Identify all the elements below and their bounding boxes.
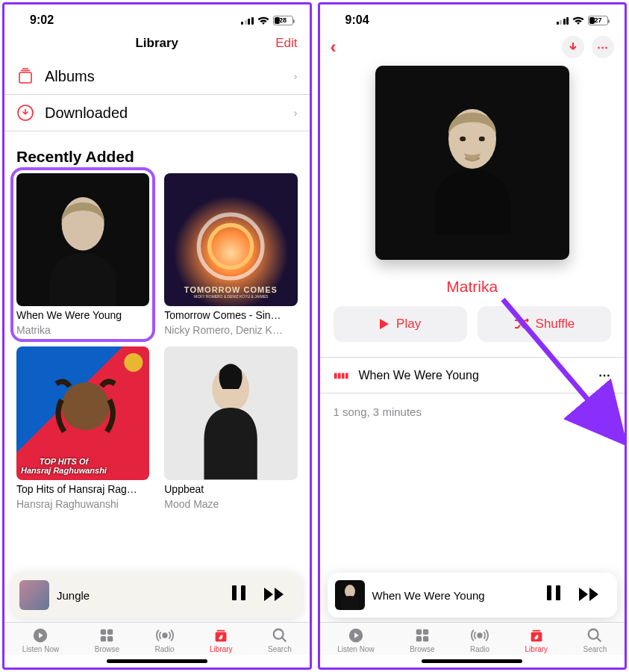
next-button[interactable] [259, 584, 290, 607]
albums-icon [16, 67, 34, 85]
svg-line-21 [282, 638, 287, 642]
svg-rect-16 [107, 636, 113, 641]
svg-rect-19 [217, 630, 225, 632]
svg-rect-33 [423, 636, 428, 641]
svg-rect-0 [19, 72, 31, 83]
wifi-icon [572, 16, 585, 25]
svg-rect-10 [232, 585, 237, 600]
battery-icon: 27 [588, 16, 608, 25]
status-right: 27 [557, 16, 609, 25]
pause-button[interactable] [226, 584, 251, 607]
tab-search[interactable]: Search [583, 627, 607, 653]
nav-header: Library Edit [4, 30, 310, 58]
svg-rect-27 [547, 585, 551, 600]
svg-line-38 [597, 638, 601, 642]
battery-icon: 28 [273, 16, 293, 25]
track-list: ▮▮▮▮ When We Were Young ⋯ [320, 357, 625, 393]
svg-rect-11 [241, 585, 245, 600]
edit-button[interactable]: Edit [275, 36, 297, 51]
shuffle-button[interactable]: Shuffle [478, 306, 611, 342]
artist-link[interactable]: Matrika [320, 278, 625, 296]
svg-rect-14 [107, 629, 113, 635]
phone-album-screen: 9:04 27 ‹ ⋯ Matrika Play [318, 2, 628, 670]
svg-point-20 [274, 629, 284, 639]
tab-browse[interactable]: Browse [410, 627, 434, 653]
chevron-right-icon: › [294, 107, 298, 119]
tab-listen-now[interactable]: Listen Now [337, 627, 374, 653]
now-playing-bar[interactable]: When We Were Young [328, 573, 618, 617]
album-item[interactable]: When We Were Young Matrika [13, 170, 152, 339]
page-title: Library [135, 36, 178, 51]
tab-listen-now[interactable]: Listen Now [22, 627, 59, 653]
albums-grid: When We Were Young Matrika TOMORROW COME… [4, 173, 310, 510]
wifi-icon [257, 16, 270, 25]
svg-rect-32 [416, 636, 422, 641]
track-title: When We Were Young [359, 369, 589, 382]
status-time: 9:04 [345, 13, 369, 27]
back-button[interactable]: ‹ [331, 37, 337, 57]
track-more-button[interactable]: ⋯ [598, 368, 611, 382]
album-artist: Nicky Romero, Deniz K… [164, 324, 297, 336]
play-button[interactable]: Play [334, 306, 467, 342]
tab-library[interactable]: Library [525, 627, 548, 653]
download-button[interactable] [562, 36, 584, 58]
track-summary: 1 song, 3 minutes [320, 393, 625, 430]
album-artist: Matrika [16, 324, 149, 336]
album-item[interactable]: TOP HITS OfHansraj Raghuwanshi Top Hits … [16, 346, 149, 509]
album-art [16, 173, 149, 306]
svg-point-37 [589, 629, 598, 639]
album-art: TOMORROW COMESNICKY ROMERO & DENIZ KOYU … [164, 173, 297, 306]
action-buttons: Play Shuffle [320, 306, 625, 342]
album-art-large [375, 66, 569, 260]
now-playing-bar[interactable]: Jungle [12, 573, 302, 617]
track-row[interactable]: ▮▮▮▮ When We Were Young ⋯ [320, 358, 625, 393]
cellular-icon [241, 16, 254, 25]
next-button[interactable] [574, 584, 605, 607]
tab-bar: Listen Now Browse Radio Library Search [4, 622, 310, 655]
chevron-right-icon: › [294, 70, 298, 82]
tab-bar: Listen Now Browse Radio Library Search [320, 622, 625, 655]
album-art: TOP HITS OfHansraj Raghuwanshi [16, 346, 149, 479]
tab-library[interactable]: Library [210, 627, 233, 653]
album-title: Tomorrow Comes - Sin… [164, 309, 297, 321]
svg-rect-28 [556, 585, 560, 600]
status-right: 28 [241, 16, 293, 25]
svg-point-34 [478, 633, 482, 638]
downloaded-label: Downloaded [45, 105, 284, 122]
album-title: Top Hits of Hansraj Rag… [16, 483, 149, 495]
home-indicator[interactable] [422, 659, 522, 663]
downloaded-row[interactable]: Downloaded › [4, 95, 310, 131]
svg-point-7 [62, 382, 110, 430]
now-playing-art [335, 580, 365, 610]
tab-search[interactable]: Search [268, 627, 292, 653]
svg-rect-13 [101, 629, 106, 635]
nav-header: ‹ ⋯ [320, 30, 625, 64]
album-art [164, 346, 297, 479]
album-item[interactable]: Uppbeat Mood Maze [164, 346, 297, 509]
svg-rect-36 [532, 630, 540, 632]
status-bar: 9:02 28 [4, 4, 310, 30]
svg-point-23 [460, 137, 466, 141]
svg-point-24 [479, 137, 485, 141]
svg-point-6 [210, 225, 252, 268]
recently-added-header: Recently Added [4, 131, 310, 173]
album-title: When We Were Young [16, 309, 149, 321]
tab-browse[interactable]: Browse [95, 627, 119, 653]
more-button[interactable]: ⋯ [592, 36, 614, 58]
albums-label: Albums [45, 68, 284, 85]
now-playing-title: When We Were Young [372, 589, 534, 602]
album-title: Uppbeat [164, 483, 297, 495]
tab-radio[interactable]: Radio [470, 627, 489, 653]
home-indicator[interactable] [107, 659, 207, 663]
phone-library-screen: 9:02 28 Library Edit Albums › Downloaded… [2, 2, 312, 670]
svg-rect-31 [423, 629, 428, 635]
album-artist: Hansraj Raghuwanshi [16, 498, 149, 510]
svg-point-17 [163, 633, 167, 638]
pause-button[interactable] [541, 584, 566, 607]
cellular-icon [557, 16, 569, 25]
albums-row[interactable]: Albums › [4, 58, 310, 95]
tab-radio[interactable]: Radio [154, 627, 174, 653]
album-artist: Mood Maze [164, 498, 297, 510]
album-item[interactable]: TOMORROW COMESNICKY ROMERO & DENIZ KOYU … [164, 173, 297, 336]
now-playing-art [19, 580, 49, 610]
